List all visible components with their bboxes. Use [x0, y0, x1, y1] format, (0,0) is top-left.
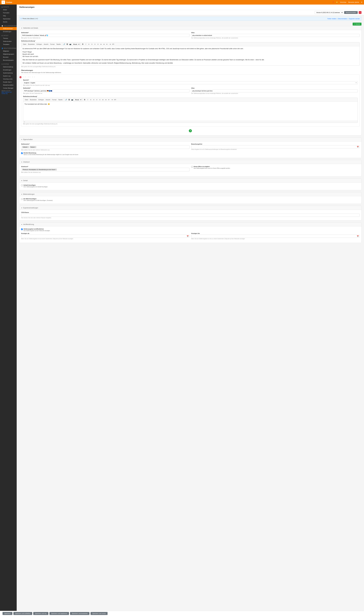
preview-link[interactable]: Vorschau — [340, 1, 346, 3]
rte-trans-file[interactable]: Datei — [24, 99, 29, 101]
sidebar-item-benutzer[interactable]: Benutzer — [0, 56, 17, 59]
section-workplace-title[interactable]: ▼ Arbeitsort — [19, 160, 361, 164]
rte-view[interactable]: Ansicht — [43, 43, 49, 45]
rte-file[interactable]: Datei — [22, 43, 27, 45]
rte-trans-alignr[interactable]: ≡ — [95, 98, 98, 101]
css-input[interactable] — [21, 214, 360, 217]
rte-trans-insert[interactable]: Einfügen — [38, 99, 45, 101]
save-duplicate-button[interactable]: Speichern und duplizieren — [49, 612, 69, 615]
rte-trans-img[interactable]: 🖼 — [68, 98, 71, 101]
sidebar-item-themes[interactable]: Themes — [0, 37, 17, 40]
rte-align-left[interactable]: ≡ — [88, 43, 90, 46]
save-back-button[interactable]: Speichern und zurück — [91, 612, 107, 615]
rte-italic[interactable]: I — [84, 43, 87, 46]
publish-checkbox[interactable] — [21, 229, 23, 230]
rte-trans-italic[interactable]: I — [86, 98, 89, 101]
help-icon[interactable]: ❓ — [332, 1, 334, 3]
sidebar-item-wiederherstellen[interactable]: Wiederherstellen — [0, 84, 17, 87]
section-details-title[interactable]: ▼ Stellentitel und Details — [19, 26, 361, 30]
rte-code[interactable]: </> — [112, 43, 115, 46]
image-add-checkbox[interactable] — [21, 198, 23, 200]
sidebar-item-artikel[interactable]: Artikel — [0, 8, 17, 11]
rte-insert[interactable]: Einfügen — [36, 43, 43, 45]
drag-handle2[interactable]: ⋮⋮ — [27, 76, 31, 78]
rte-bold[interactable]: B — [81, 43, 84, 46]
sidebar-item-stellenanzeigen[interactable]: Stellenanzeigen — [0, 27, 17, 30]
show-from-calendar-icon[interactable]: 📅 — [187, 235, 189, 237]
drag-handle3[interactable]: ⋮⋮ — [32, 76, 35, 78]
rte-table[interactable]: Tabelle — [55, 43, 61, 45]
rte-align-right[interactable]: ≡ — [93, 43, 96, 46]
rte-trans-bold[interactable]: B — [83, 98, 86, 101]
rte-indent-out[interactable]: ⇤ — [106, 43, 108, 46]
sidebar-item-einstellungen[interactable]: Einstellungen — [0, 30, 17, 33]
sidebar-item-formulare[interactable]: Formulare — [0, 11, 17, 14]
rte-trans-ul[interactable]: ≔ — [102, 98, 104, 101]
rte-ul[interactable]: ≔ — [100, 43, 102, 46]
trans-alias-input[interactable] — [191, 89, 358, 92]
support-link[interactable]: Supporter werden — [349, 18, 360, 19]
sidebar-item-systemwartung[interactable]: Systemwartung — [0, 71, 17, 75]
rte-trans-alignj[interactable]: ≡ — [98, 98, 101, 101]
rte-trans-style[interactable]: Absatz — [74, 98, 82, 101]
version-link[interactable]: Mehr erfahren auf contao.org — [1, 91, 12, 94]
error-link[interactable]: Fehler melden — [327, 18, 336, 19]
lang-select[interactable]: Englisch - English — [23, 81, 358, 84]
drag-handle[interactable]: ⋮⋮ — [23, 76, 26, 78]
rte-trans-media[interactable]: 📷 — [71, 98, 74, 101]
sidebar-item-mitglieder[interactable]: Mitglieder — [0, 50, 17, 52]
tag-vollzeit-remove[interactable]: × — [27, 146, 28, 148]
sidebar-item-faq[interactable]: FAQ — [0, 14, 17, 17]
rte-style-select[interactable]: Absatz — [72, 43, 80, 46]
tag-teilzeit-remove[interactable]: × — [35, 146, 36, 148]
rte-link-btn[interactable]: 🔗 — [63, 43, 65, 46]
save-new-button[interactable]: Speichern und neu — [33, 612, 48, 615]
sidebar-item-einstellungen2[interactable]: Einstellungen — [0, 68, 17, 71]
rte-trans-table[interactable]: Tabelle — [57, 99, 63, 101]
rte-trans-edit[interactable]: Bearbeiten — [29, 99, 38, 101]
section-publish-title[interactable]: ▼ Veröffentlichung — [19, 222, 361, 226]
rte-align-justify[interactable]: ≡ — [97, 43, 99, 46]
rte-ol[interactable]: ≔ — [103, 43, 105, 46]
close-button[interactable]: × — [359, 11, 362, 14]
save-close-button[interactable]: Speichern und schließen — [13, 612, 32, 615]
sidebar-item-nachrichten[interactable]: Nachrichten — [0, 17, 17, 20]
user-menu[interactable]: Benutzer plenta — [348, 1, 359, 3]
rte-format[interactable]: Format — [49, 43, 55, 45]
sidebar-item-events[interactable]: Events — [0, 20, 17, 23]
rte-edit[interactable]: Bearbeiten — [27, 43, 36, 45]
rte-trans-ol[interactable]: ≔ — [104, 98, 107, 101]
workplace-tags[interactable]: Plenta.io: Nicolaiplatz 12, Brandenburg … — [21, 168, 189, 171]
home-office-checkbox[interactable] — [191, 166, 193, 168]
deadline-calendar-icon[interactable]: 📅 — [357, 146, 359, 148]
salary-add-checkbox[interactable] — [21, 185, 23, 186]
back-button[interactable]: ↩ Zurück — [353, 23, 362, 26]
trans-title-input[interactable] — [23, 89, 189, 92]
version-select[interactable]: Version 8 (2022-09-21 14:12) barkows — [315, 11, 343, 14]
section-salary-title[interactable]: ▼ Gehalt — [19, 179, 361, 183]
direct-apply-checkbox[interactable] — [21, 152, 23, 154]
rte-align-center[interactable]: ≡ — [91, 43, 93, 46]
sidebar-item-double-opt-in[interactable]: Double Opt-In — [0, 80, 17, 84]
alias-input[interactable] — [191, 34, 360, 37]
sidebar-item-benutzergruppen[interactable]: Benutzergruppen — [0, 59, 17, 62]
tag-workplace-remove[interactable]: × — [55, 169, 56, 170]
sidebar-item-system-log[interactable]: System-Log — [0, 75, 17, 77]
deadline-input[interactable] — [191, 145, 360, 148]
rte-trans-link[interactable]: 🔗 — [65, 98, 67, 101]
sidebar-item-vorschau-links[interactable]: Vorschau-Links — [0, 77, 17, 80]
rte-media-btn[interactable]: 📷 — [69, 43, 72, 46]
rte-indent-in[interactable]: ⇥ — [109, 43, 111, 46]
sidebar-item-dateiverwaltung[interactable]: Dateiverwaltung — [0, 65, 17, 68]
sidebar-item-seitenstruktur[interactable]: Seitenstruktur — [0, 40, 17, 43]
rte-img-btn[interactable]: 🖼 — [66, 43, 69, 46]
bell-icon[interactable]: 🔔 — [336, 1, 338, 3]
rte-trans-format[interactable]: Format — [51, 99, 57, 101]
job-types-tags[interactable]: Vollzeit × Teilzeit × — [21, 145, 189, 149]
show-until-calendar-icon[interactable]: 📅 — [357, 235, 359, 237]
add-translation-btn[interactable]: + — [189, 129, 192, 132]
save-edit-button[interactable]: Speichern und bearbeiten — [70, 612, 90, 615]
section-expert-title[interactable]: ▼ Experteneinstellungen — [19, 206, 361, 210]
rte-trans-view[interactable]: Ansicht — [45, 99, 51, 101]
rte-trans-alignl[interactable]: ≡ — [89, 98, 92, 101]
